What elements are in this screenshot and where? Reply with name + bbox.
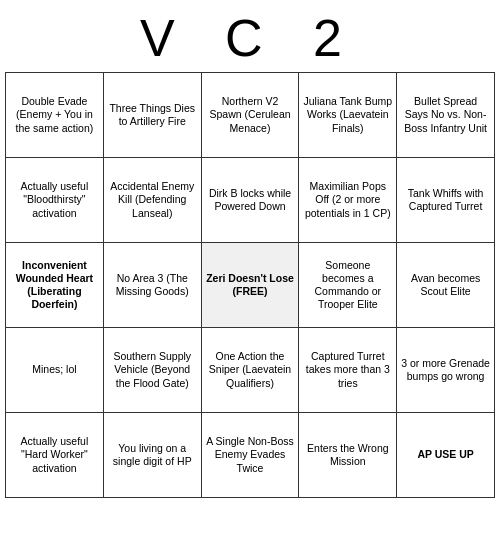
cell-r3-c0: Mines; lol xyxy=(6,328,104,413)
cell-r4-c1: You living on a single digit of HP xyxy=(103,413,201,498)
page-title: V C 2 xyxy=(0,0,500,72)
cell-r0-c2: Northern V2 Spawn (Cerulean Menace) xyxy=(201,73,299,158)
cell-r0-c0: Double Evade (Enemy + You in the same ac… xyxy=(6,73,104,158)
cell-r4-c4: AP USE UP xyxy=(397,413,495,498)
bingo-grid: Double Evade (Enemy + You in the same ac… xyxy=(5,72,495,498)
cell-r2-c1: No Area 3 (The Missing Goods) xyxy=(103,243,201,328)
cell-r1-c0: Actually useful "Bloodthirsty" activatio… xyxy=(6,158,104,243)
cell-r0-c3: Juliana Tank Bump Works (Laevatein Final… xyxy=(299,73,397,158)
cell-r2-c2: Zeri Doesn't Lose (FREE) xyxy=(201,243,299,328)
cell-r2-c0: Inconvenient Wounded Heart (Liberating D… xyxy=(6,243,104,328)
cell-r0-c4: Bullet Spread Says No vs. Non-Boss Infan… xyxy=(397,73,495,158)
cell-r2-c3: Someone becomes a Commando or Trooper El… xyxy=(299,243,397,328)
cell-r1-c1: Accidental Enemy Kill (Defending Lanseal… xyxy=(103,158,201,243)
cell-r3-c1: Southern Supply Vehicle (Beyond the Floo… xyxy=(103,328,201,413)
cell-r0-c1: Three Things Dies to Artillery Fire xyxy=(103,73,201,158)
cell-r2-c4: Avan becomes Scout Elite xyxy=(397,243,495,328)
cell-r1-c3: Maximilian Pops Off (2 or more potential… xyxy=(299,158,397,243)
cell-r4-c3: Enters the Wrong Mission xyxy=(299,413,397,498)
cell-r1-c2: Dirk B locks while Powered Down xyxy=(201,158,299,243)
cell-r1-c4: Tank Whiffs with Captured Turret xyxy=(397,158,495,243)
cell-r4-c0: Actually useful "Hard Worker" activation xyxy=(6,413,104,498)
cell-r3-c3: Captured Turret takes more than 3 tries xyxy=(299,328,397,413)
cell-r3-c4: 3 or more Grenade bumps go wrong xyxy=(397,328,495,413)
cell-r3-c2: One Action the Sniper (Laevatein Qualifi… xyxy=(201,328,299,413)
cell-r4-c2: A Single Non-Boss Enemy Evades Twice xyxy=(201,413,299,498)
